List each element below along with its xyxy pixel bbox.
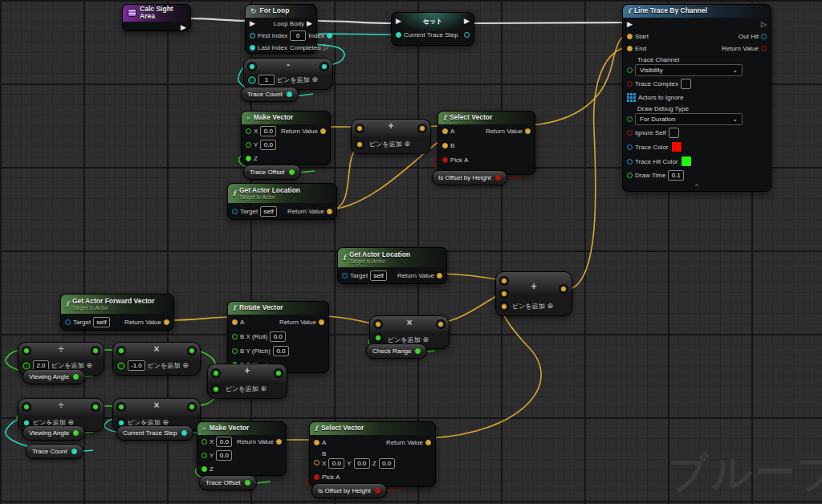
node-add-float[interactable]: + ピンを追加 ⊕ xyxy=(207,364,287,399)
last-index-pin[interactable] xyxy=(250,45,255,51)
add-pin-icon[interactable]: ⊕ xyxy=(312,76,319,83)
output-pin[interactable] xyxy=(188,403,196,411)
node-select-vector-2[interactable]: f Select Vector A Return Value B X0.0 Y0… xyxy=(309,421,436,487)
return-value-pin[interactable] xyxy=(327,209,332,214)
input-pin-2[interactable] xyxy=(374,334,382,342)
input-pin-1[interactable] xyxy=(374,320,382,328)
target-pin[interactable] xyxy=(232,209,238,214)
b-pin[interactable] xyxy=(442,143,448,148)
output-pin[interactable] xyxy=(92,403,100,411)
node-rotate-vector[interactable]: f Rotate Vector A Return Value B X (Roll… xyxy=(227,301,329,373)
return-value-pin[interactable] xyxy=(425,440,431,445)
var-capsule-check-range[interactable]: Check Range xyxy=(366,343,427,359)
variable-pin[interactable] xyxy=(375,488,380,494)
var-capsule-trace-offset-1[interactable]: Trace Offset xyxy=(243,165,301,180)
target-pin[interactable] xyxy=(342,273,348,278)
target-pin[interactable] xyxy=(65,319,71,325)
target-value[interactable]: self xyxy=(93,317,109,327)
value-in-pin[interactable] xyxy=(396,32,401,38)
variable-pin[interactable] xyxy=(181,430,187,436)
output-pin[interactable] xyxy=(275,369,283,377)
blueprint-graph-canvas[interactable]: ブループリント xyxy=(0,0,822,504)
draw-time-value[interactable]: 0.1 xyxy=(668,170,684,181)
node-make-vector-1[interactable]: » Make Vector X0.0 Return Value Y0.0 Z xyxy=(241,111,331,165)
var-capsule-current-trace-step[interactable]: Current Trace Step xyxy=(116,425,193,441)
subtract-value[interactable]: 1 xyxy=(258,75,275,85)
b-pin[interactable] xyxy=(314,460,319,465)
node-select-vector-1[interactable]: f Select Vector A Return Value B Pick A xyxy=(437,111,535,175)
return-value-pin[interactable] xyxy=(319,319,324,325)
node-get-actor-location-1[interactable]: f Get Actor Location Target is Actor Tar… xyxy=(227,183,337,220)
y-pin[interactable] xyxy=(201,453,207,458)
variable-pin[interactable] xyxy=(71,449,77,454)
start-pin[interactable] xyxy=(627,34,633,39)
var-capsule-is-offset-by-height-2[interactable]: Is Offset by Height xyxy=(311,483,387,498)
node-add-vector-top[interactable]: + ピンを追加 ⊕ xyxy=(351,119,431,154)
pick-a-pin[interactable] xyxy=(442,157,448,163)
input-pin-1[interactable] xyxy=(22,347,31,355)
output-pin[interactable] xyxy=(560,285,568,293)
b-y-pitch-pin[interactable] xyxy=(232,348,238,354)
node-multiply-2[interactable]: × -1.0 ピンを追加 ⊕ xyxy=(112,342,201,376)
draw-time-pin[interactable] xyxy=(627,173,633,178)
exec-out-pin[interactable]: ▶ xyxy=(464,18,470,25)
input-pin-1[interactable] xyxy=(117,403,125,411)
completed-exec-pin[interactable]: ▷ xyxy=(324,44,329,51)
loop-body-exec-pin[interactable]: ▶ xyxy=(307,20,312,27)
b-z-value[interactable]: 0.0 xyxy=(379,458,395,469)
ignore-self-checkbox[interactable] xyxy=(669,128,679,138)
node-get-actor-location-2[interactable]: f Get Actor Location Target is Actor Tar… xyxy=(337,247,447,284)
input-pin-2[interactable] xyxy=(356,140,364,148)
output-pin[interactable] xyxy=(92,347,100,355)
output-pin[interactable] xyxy=(437,320,445,328)
trace-complex-checkbox[interactable] xyxy=(681,79,691,89)
b-y-value[interactable]: 0.0 xyxy=(354,458,370,469)
node-subtract[interactable]: - 1 ピンを追加 ⊕ xyxy=(243,58,333,90)
z-pin[interactable] xyxy=(201,466,207,472)
b-x-roll-pin[interactable] xyxy=(232,334,238,339)
node-line-trace-by-channel[interactable]: f Line Trace By Channel ▶ ▷ Start Out Hi… xyxy=(622,4,771,192)
z-pin[interactable] xyxy=(246,156,251,161)
multiply-value[interactable]: -1.0 xyxy=(128,360,145,371)
collapse-chevron[interactable]: ^ xyxy=(623,182,771,190)
x-pin[interactable] xyxy=(201,439,207,445)
variable-pin[interactable] xyxy=(73,374,79,380)
return-value-pin[interactable] xyxy=(276,439,282,445)
output-pin[interactable] xyxy=(418,124,426,132)
var-capsule-viewing-angle-1[interactable]: Viewing Angle xyxy=(22,369,85,384)
exec-in-pin[interactable]: ▶ xyxy=(250,20,255,27)
output-pin[interactable] xyxy=(188,347,196,355)
trace-channel-pin[interactable] xyxy=(627,67,633,73)
exec-out-pin[interactable]: ▷ xyxy=(761,21,767,28)
add-pin-icon[interactable]: ⊕ xyxy=(87,362,93,369)
target-value[interactable]: self xyxy=(260,206,276,217)
variable-pin[interactable] xyxy=(73,430,79,436)
variable-pin[interactable] xyxy=(415,348,421,354)
a-pin[interactable] xyxy=(442,128,448,134)
trace-color-swatch[interactable] xyxy=(671,141,682,152)
node-for-loop[interactable]: ↻ For Loop ▶ Loop Body▶ First Index0 Ind… xyxy=(245,4,317,54)
return-value-pin[interactable] xyxy=(525,128,531,134)
var-capsule-trace-count-2[interactable]: Trace Count xyxy=(26,444,83,459)
target-value[interactable]: self xyxy=(370,270,386,281)
input-pin-2[interactable] xyxy=(22,362,31,370)
add-pin-icon[interactable]: ⊕ xyxy=(182,362,189,369)
exec-in-pin[interactable]: ▶ xyxy=(627,21,633,28)
node-set-current-trace-step[interactable]: ▶ セット ▶ Current Trace Step xyxy=(391,12,474,46)
input-pin-1[interactable] xyxy=(248,63,256,71)
input-pin-1[interactable] xyxy=(117,347,125,355)
b-x-value[interactable]: 0.0 xyxy=(270,331,286,342)
node-get-actor-forward-vector[interactable]: f Get Actor Forward Vector Target is Act… xyxy=(60,294,174,331)
node-add-vector-3[interactable]: + ピンを追加 ⊕ xyxy=(495,271,572,316)
input-pin-2[interactable] xyxy=(212,385,220,393)
a-pin[interactable] xyxy=(314,440,319,445)
add-pin-icon[interactable]: ⊕ xyxy=(423,336,429,343)
b-y-value[interactable]: 0.0 xyxy=(273,346,289,356)
output-pin[interactable] xyxy=(320,63,328,71)
variable-pin[interactable] xyxy=(245,480,250,486)
trace-complex-pin[interactable] xyxy=(627,81,633,87)
variable-pin[interactable] xyxy=(289,169,295,175)
input-pin-1[interactable] xyxy=(500,277,508,285)
x-pin[interactable] xyxy=(246,128,251,134)
array-pin[interactable] xyxy=(627,93,636,102)
